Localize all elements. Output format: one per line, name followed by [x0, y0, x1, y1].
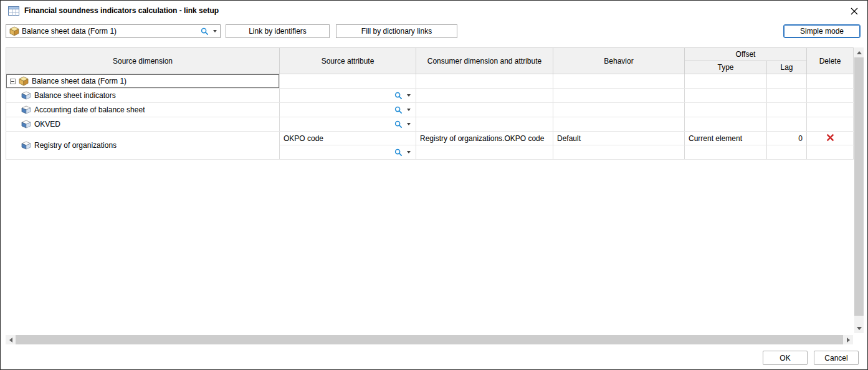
dimension-icon [21, 91, 31, 100]
row-label: Registry of organizations [34, 141, 117, 150]
chevron-down-icon[interactable] [407, 151, 411, 153]
empty-cell[interactable] [807, 117, 854, 132]
source-attribute-picker-cell[interactable] [280, 103, 416, 117]
cell-source-attribute[interactable]: OKPO code [280, 132, 416, 145]
links-table: Source dimension Source attribute Consum… [6, 47, 854, 160]
link-setup-dialog: Financial soundness indicators calculati… [0, 0, 868, 370]
cell-source-dimension[interactable]: OKVED [6, 117, 280, 132]
empty-cell[interactable] [767, 103, 807, 117]
empty-cell[interactable] [807, 103, 854, 117]
search-icon[interactable] [201, 27, 209, 36]
cell-behavior[interactable]: Default [553, 132, 685, 145]
delete-link-button[interactable] [807, 132, 854, 145]
empty-cell[interactable] [553, 145, 685, 160]
empty-cell[interactable] [685, 74, 767, 89]
search-icon[interactable] [394, 92, 403, 100]
table-row: Balance sheet indicators [6, 89, 854, 103]
header-delete: Delete [807, 48, 854, 74]
close-icon [851, 7, 858, 15]
search-icon[interactable] [394, 120, 403, 129]
source-attribute-picker-cell[interactable] [280, 117, 416, 132]
empty-cell[interactable] [807, 145, 854, 160]
app-icon [8, 6, 19, 16]
cell-source-dimension-root[interactable]: Balance sheet data (Form 1) [6, 74, 280, 89]
window-title: Financial soundness indicators calculati… [24, 6, 219, 15]
arrow-right-icon [847, 338, 850, 343]
fill-by-dictionary-links-button[interactable]: Fill by dictionary links [336, 24, 457, 38]
empty-cell[interactable] [416, 117, 553, 132]
cell-offset-type[interactable]: Current element [685, 132, 767, 145]
scroll-up-button[interactable] [854, 47, 864, 57]
source-attribute-picker-cell[interactable] [280, 89, 416, 103]
row-label: Accounting date of balance sheet [34, 105, 145, 114]
links-grid-container: Source dimension Source attribute Consum… [6, 47, 854, 160]
horizontal-scrollbar[interactable] [6, 335, 853, 344]
chevron-down-icon[interactable] [407, 123, 411, 125]
empty-cell[interactable] [807, 89, 854, 103]
empty-cell[interactable] [553, 103, 685, 117]
empty-cell[interactable] [767, 74, 807, 89]
empty-cell[interactable] [767, 117, 807, 132]
empty-cell[interactable] [553, 117, 685, 132]
empty-cell[interactable] [767, 145, 807, 160]
chevron-down-icon[interactable] [407, 109, 411, 111]
header-consumer-dimension: Consumer dimension and attribute [416, 48, 553, 74]
search-icon[interactable] [394, 106, 403, 114]
close-button[interactable] [847, 5, 861, 17]
header-offset-lag: Lag [767, 61, 807, 74]
empty-cell[interactable] [416, 89, 553, 103]
empty-cell[interactable] [553, 89, 685, 103]
ok-button[interactable]: OK [763, 351, 808, 365]
cube-icon [19, 76, 29, 86]
cancel-button[interactable]: Cancel [814, 351, 859, 365]
empty-cell[interactable] [685, 89, 767, 103]
table-row: Accounting date of balance sheet [6, 103, 854, 117]
empty-cell[interactable] [416, 103, 553, 117]
vertical-scrollbar[interactable] [854, 47, 864, 333]
empty-cell[interactable] [685, 117, 767, 132]
cell-source-dimension[interactable]: Registry of organizations [6, 132, 280, 160]
collapse-expander-icon[interactable] [10, 79, 16, 84]
row-label: Balance sheet data (Form 1) [32, 77, 126, 85]
header-source-attribute: Source attribute [280, 48, 416, 74]
dimension-icon [21, 105, 31, 114]
cell-offset-lag[interactable]: 0 [767, 132, 807, 145]
toolbar: Balance sheet data (Form 1) Link by iden… [6, 24, 861, 38]
simple-mode-button[interactable]: Simple mode [783, 24, 861, 38]
empty-cell[interactable] [685, 145, 767, 160]
scroll-right-button[interactable] [843, 335, 853, 344]
dimension-icon [21, 141, 31, 150]
scroll-down-button[interactable] [854, 323, 864, 333]
link-by-identifiers-button[interactable]: Link by identifiers [226, 24, 330, 38]
cell-consumer-dimension-attribute[interactable]: Registry of organizations.OKPO code [416, 132, 553, 145]
table-row: Balance sheet data (Form 1) [6, 74, 854, 89]
scroll-left-button[interactable] [6, 335, 16, 344]
row-label: OKVED [34, 120, 60, 129]
header-source-dimension: Source dimension [6, 48, 280, 74]
combobox-value: Balance sheet data (Form 1) [19, 27, 201, 36]
table-row: OKVED [6, 117, 854, 132]
search-icon[interactable] [394, 148, 403, 157]
horizontal-scroll-thumb[interactable] [16, 335, 843, 344]
empty-cell[interactable] [280, 74, 416, 89]
arrow-left-icon [9, 338, 12, 343]
header-offset-type: Type [685, 61, 767, 74]
cell-source-dimension[interactable]: Accounting date of balance sheet [6, 103, 280, 117]
empty-cell[interactable] [416, 145, 553, 160]
empty-cell[interactable] [685, 103, 767, 117]
source-cube-combobox[interactable]: Balance sheet data (Form 1) [6, 24, 221, 38]
cell-source-dimension[interactable]: Balance sheet indicators [6, 89, 280, 103]
footer: OK Cancel [763, 351, 859, 365]
empty-cell[interactable] [767, 89, 807, 103]
empty-cell[interactable] [807, 74, 854, 89]
vertical-scroll-thumb[interactable] [854, 57, 864, 316]
source-attribute-picker-cell[interactable] [280, 145, 416, 160]
cube-icon [9, 26, 19, 36]
chevron-down-icon[interactable] [407, 94, 411, 97]
empty-cell[interactable] [416, 74, 553, 89]
titlebar: Financial soundness indicators calculati… [1, 1, 867, 21]
arrow-up-icon [857, 51, 862, 54]
chevron-down-icon[interactable] [213, 30, 217, 32]
empty-cell[interactable] [553, 74, 685, 89]
header-behavior: Behavior [553, 48, 685, 74]
